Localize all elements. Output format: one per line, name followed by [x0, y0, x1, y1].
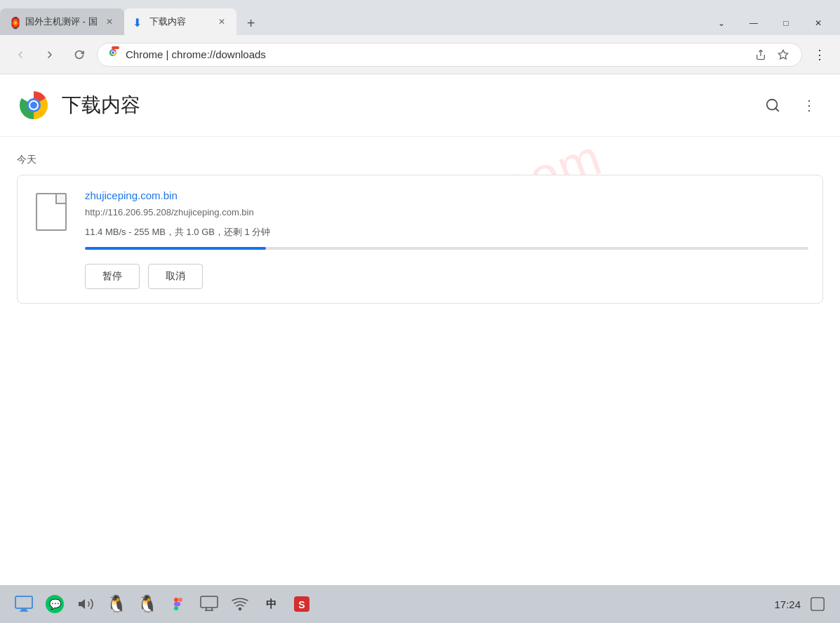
tab-inactive-title: 国外主机测评 - 国 — [25, 15, 98, 28]
tab-inactive-close[interactable]: ✕ — [103, 15, 116, 28]
close-button[interactable]: ✕ — [802, 11, 834, 35]
page-header: 下载内容 ⋮ — [0, 74, 840, 137]
file-icon-inner — [36, 193, 67, 231]
taskbar-time: 17:24 — [774, 598, 801, 610]
address-text: Chrome | chrome://downloads — [126, 48, 745, 60]
chrome-menu-button[interactable]: ⋮ — [808, 43, 832, 67]
download-item: zhujiceping.com.bin http://116.206.95.20… — [17, 175, 823, 304]
taskbar-wifi-icon[interactable] — [227, 591, 253, 617]
header-actions: ⋮ — [759, 91, 823, 119]
taskbar-figma-icon[interactable] — [166, 591, 191, 617]
taskbar-volume-icon[interactable] — [73, 591, 98, 617]
taskbar-qq1-icon[interactable]: 🐧 — [104, 591, 129, 617]
taskbar-sogou-icon[interactable]: S — [289, 591, 314, 617]
taskbar-qq2-icon[interactable]: 🐧 — [135, 591, 160, 617]
svg-text:S: S — [298, 599, 305, 610]
tab-inactive[interactable]: 🏮 国外主机测评 - 国 ✕ — [0, 8, 124, 35]
address-brand: Chrome — [126, 48, 163, 60]
svg-rect-19 — [178, 598, 182, 602]
file-details: zhujiceping.com.bin http://116.206.95.20… — [85, 189, 808, 289]
progress-bar-container — [85, 247, 808, 250]
file-name-link[interactable]: zhujiceping.com.bin — [85, 189, 808, 201]
tab-bar: 🏮 国外主机测评 - 国 ✕ ⬇ 下载内容 ✕ + ⌄ — □ ✕ — [0, 0, 840, 35]
taskbar: 💬 🐧 🐧 — [0, 585, 840, 623]
svg-rect-29 — [811, 598, 824, 610]
bookmark-button[interactable] — [773, 45, 793, 65]
pause-button[interactable]: 暂停 — [85, 264, 140, 289]
file-url: http://116.206.95.208/zhujiceping.com.bi… — [85, 207, 808, 217]
chrome-logo-large — [17, 88, 51, 122]
tab-active-close[interactable]: ✕ — [215, 15, 228, 28]
taskbar-input-icon[interactable]: 中 — [258, 591, 284, 617]
page-title: 下载内容 — [62, 92, 747, 119]
taskbar-monitor-icon[interactable] — [196, 591, 222, 617]
forward-button[interactable] — [38, 43, 62, 67]
address-bar[interactable]: Chrome | chrome://downloads — [97, 43, 802, 67]
svg-rect-22 — [201, 596, 218, 608]
reload-button[interactable] — [67, 43, 91, 67]
address-url: chrome://downloads — [172, 48, 266, 60]
svg-marker-16 — [79, 599, 85, 609]
minimize-button[interactable]: — — [738, 11, 770, 35]
chevron-button[interactable]: ⌄ — [705, 11, 738, 35]
progress-bar-fill — [85, 247, 266, 250]
browser-window: 🏮 国外主机测评 - 国 ✕ ⬇ 下载内容 ✕ + ⌄ — □ ✕ — [0, 0, 840, 623]
file-progress-text: 11.4 MB/s - 255 MB，共 1.0 GB，还剩 1 分钟 — [85, 226, 808, 239]
taskbar-right: 17:24 — [774, 593, 829, 615]
maximize-button[interactable]: □ — [770, 11, 802, 35]
tab-inactive-favicon: 🏮 — [8, 16, 20, 27]
watermark-container: zhujiceping.com 今天 zhujiceping.com.bin h… — [0, 137, 840, 304]
file-actions: 暂停 取消 — [85, 264, 808, 289]
file-icon — [32, 189, 71, 234]
taskbar-wechat-icon[interactable]: 💬 — [42, 591, 67, 617]
toolbar: Chrome | chrome://downloads ⋮ — [0, 35, 840, 74]
page-content: 下载内容 ⋮ zhujiceping.com 今天 — [0, 74, 840, 585]
svg-rect-11 — [15, 596, 32, 608]
taskbar-notification-button[interactable] — [806, 593, 829, 615]
svg-point-3 — [112, 51, 114, 54]
address-separator: | — [166, 48, 172, 60]
tab-active-favicon: ⬇ — [133, 16, 144, 27]
svg-point-26 — [239, 608, 241, 610]
taskbar-screen-icon[interactable] — [11, 591, 36, 617]
address-actions — [751, 45, 793, 65]
tab-active-title: 下载内容 — [149, 15, 210, 28]
svg-marker-5 — [778, 50, 787, 59]
tab-active[interactable]: ⬇ 下载内容 ✕ — [124, 8, 236, 35]
window-controls: ⌄ — □ ✕ — [705, 11, 840, 35]
search-button[interactable] — [759, 91, 787, 119]
back-button[interactable] — [8, 43, 32, 67]
share-button[interactable] — [751, 45, 771, 65]
chrome-logo-small — [106, 46, 120, 63]
new-tab-button[interactable]: + — [239, 11, 263, 35]
svg-rect-12 — [21, 608, 27, 610]
section-date: 今天 — [17, 154, 823, 166]
svg-rect-21 — [174, 606, 178, 610]
cancel-button[interactable]: 取消 — [148, 264, 203, 289]
more-button[interactable]: ⋮ — [795, 91, 823, 119]
svg-rect-18 — [174, 598, 178, 602]
svg-text:💬: 💬 — [49, 598, 62, 610]
svg-point-9 — [30, 102, 37, 109]
download-section: 今天 zhujiceping.com.bin http://116.206.95… — [0, 137, 840, 304]
svg-rect-13 — [20, 610, 28, 612]
svg-rect-20 — [174, 602, 178, 606]
